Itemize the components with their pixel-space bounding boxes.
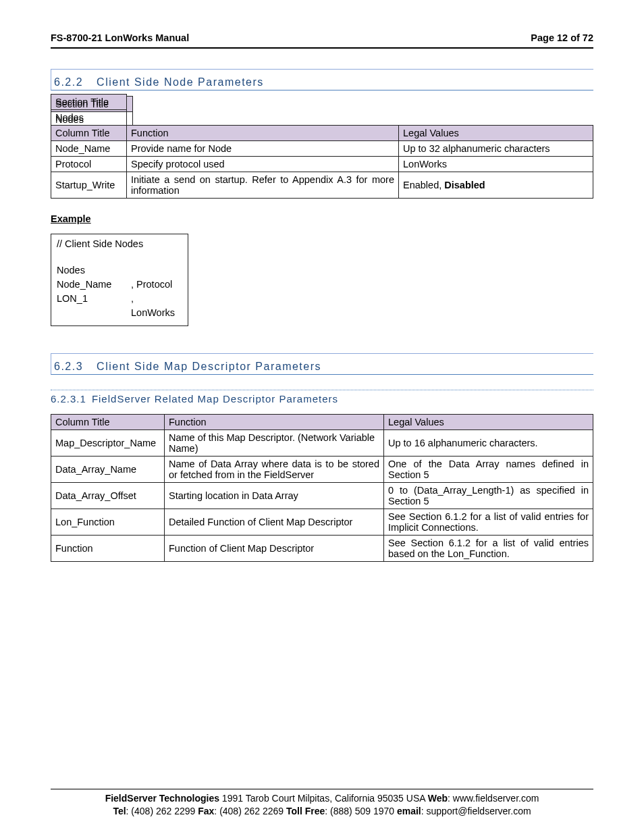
subsection-title: FieldServer Related Map Descriptor Param…	[92, 393, 338, 405]
section-number: 6.2.3	[54, 361, 83, 373]
page-header: FS-8700-21 LonWorks Manual Page 12 of 72	[51, 32, 593, 49]
section-title: Client Side Node Parameters	[97, 76, 264, 88]
cell-lv: 0 to (Data_Array_Length-1) as specified …	[384, 483, 593, 509]
footer-web-label: Web	[428, 793, 448, 804]
cell-fn: Initiate a send on startup. Refer to App…	[127, 172, 399, 199]
cell-ct: Function	[51, 536, 165, 562]
cell-fn: Name of this Map Descriptor. (Network Va…	[165, 430, 384, 457]
col-function: Function	[127, 126, 399, 141]
example-comment: // Client Side Nodes	[57, 237, 182, 251]
table-row: Node_Name Provide name for Node Up to 32…	[51, 141, 593, 157]
col-legal-values: Legal Values	[399, 126, 593, 141]
cell-lv: Up to 16 alphanumeric characters.	[384, 430, 593, 457]
cell-fn: Name of Data Array where data is to be s…	[165, 457, 384, 483]
footer-tel-label: Tel	[113, 806, 126, 816]
doc-title: FS-8700-21 LonWorks Manual	[51, 32, 189, 43]
table-row: Data_Array_Name Name of Data Array where…	[51, 457, 593, 483]
cell-ct: Data_Array_Offset	[51, 483, 165, 509]
lv-text: Enabled,	[403, 180, 444, 190]
section-6-2-2-heading: 6.2.2 Client Side Node Parameters	[51, 69, 593, 90]
footer-email: : support@fieldserver.com	[421, 806, 531, 816]
example-hdr1: Node_Name	[57, 278, 131, 292]
section-number: 6.2.2	[54, 76, 83, 88]
footer-company: FieldServer Technologies	[105, 793, 219, 804]
cell-lv: See Section 6.1.2 for a list of valid en…	[384, 509, 593, 536]
cell-ct: Data_Array_Name	[51, 457, 165, 483]
cell-fn: Specify protocol used	[127, 157, 399, 172]
table-row: Function Function of Client Map Descript…	[51, 536, 593, 562]
lv-text: 0 to (Data_Array_Length-1) as specified …	[388, 485, 589, 506]
section-6-2-3-heading: 6.2.3 Client Side Map Descriptor Paramet…	[51, 353, 593, 375]
col-column-title: Column Title	[51, 126, 127, 141]
subsection-number: 6.2.3.1	[51, 393, 86, 405]
cell-ct: Map_Descriptor_Name	[51, 430, 165, 457]
table-row: Map_Descriptor_Name Name of this Map Des…	[51, 430, 593, 457]
page-number: Page 12 of 72	[531, 32, 593, 43]
footer-tel: : (408) 262 2299	[126, 806, 198, 816]
nodes-row: Nodes	[51, 110, 593, 126]
table-row: Startup_Write Initiate a send on startup…	[51, 172, 593, 199]
cell-ct: Lon_Function	[51, 509, 165, 536]
header-row: Column Title Function Legal Values	[51, 415, 593, 430]
col-column-title: Column Title	[51, 415, 165, 430]
footer-tollfree: : (888) 509 1970	[325, 806, 397, 816]
cell-lv: See Section 6.1.2 for a list of valid en…	[384, 536, 593, 562]
col-function: Function	[165, 415, 384, 430]
cell-lv: One of the Data Array names defined in S…	[384, 457, 593, 483]
footer-fax: : (408) 262 2269	[214, 806, 286, 816]
example-val2: , LonWorks	[131, 292, 182, 320]
section-title: Client Side Map Descriptor Parameters	[97, 361, 321, 373]
cell-fn: Starting location in Data Array	[165, 483, 384, 509]
col-legal-values: Legal Values	[384, 415, 593, 430]
footer-fax-label: Fax	[198, 806, 214, 816]
section-row: Section Title	[51, 95, 593, 110]
example-box: // Client Side Nodes Nodes Node_Name , P…	[51, 234, 188, 326]
example-val1: LON_1	[57, 292, 131, 320]
cell-ct: Protocol	[51, 157, 127, 172]
footer-email-label: email	[397, 806, 421, 816]
lv-text: See Section 6.1.2 for a list of valid en…	[388, 511, 589, 533]
table-row: Data_Array_Offset Starting location in D…	[51, 483, 593, 509]
cell-ct: Node_Name	[51, 141, 127, 157]
section-6-2-3-1-heading: 6.2.3.1 FieldServer Related Map Descript…	[51, 390, 593, 405]
node-parameters-table: Section Title Nodes Column Title Functio…	[51, 94, 593, 199]
cell-fn: Provide name for Node	[127, 141, 399, 157]
cell-ct: Startup_Write	[51, 172, 127, 199]
table-row: Protocol Specify protocol used LonWorks	[51, 157, 593, 172]
header-row: Column Title Function Legal Values	[51, 126, 593, 141]
cell-lv: LonWorks	[399, 157, 593, 172]
map-descriptor-table: Column Title Function Legal Values Map_D…	[51, 414, 593, 562]
cell-fn: Function of Client Map Descriptor	[165, 536, 384, 562]
lv-bold: Disabled	[444, 180, 485, 190]
example-hdr2: , Protocol	[131, 278, 182, 292]
page-footer: FieldServer Technologies 1991 Tarob Cour…	[51, 789, 593, 818]
cell-lv: Up to 32 alphanumeric characters	[399, 141, 593, 157]
example-heading: Example	[51, 213, 593, 224]
table-row: Lon_Function Detailed Function of Client…	[51, 509, 593, 536]
cell-lv: Enabled, Disabled	[399, 172, 593, 199]
cell-fn: Detailed Function of Client Map Descript…	[165, 509, 384, 536]
footer-web: : www.fieldserver.com	[448, 793, 539, 804]
lv-text: See Section 6.1.2 for a list of valid en…	[388, 538, 589, 559]
footer-address: 1991 Tarob Court Milpitas, California 95…	[219, 793, 428, 804]
lv-text: One of the Data Array names defined in S…	[388, 459, 589, 480]
footer-tollfree-label: Toll Free	[286, 806, 325, 816]
example-nodes: Nodes	[57, 263, 182, 278]
